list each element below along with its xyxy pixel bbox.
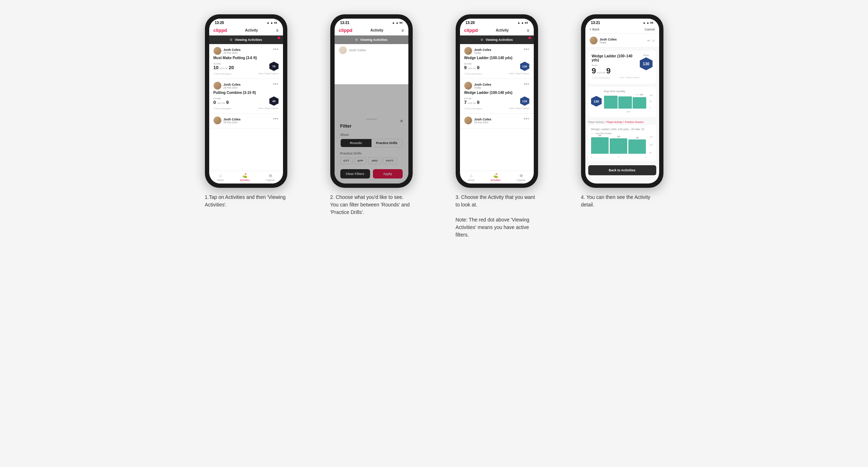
caption-3: 3. Choose the Activity that you want to … — [456, 194, 538, 239]
status-bar-2: 13:21 ▲ ▲ 44 — [335, 19, 408, 25]
edit-icon[interactable]: ✏ — [647, 39, 650, 43]
header-title-3: Activity — [496, 28, 509, 32]
header-title-1: Activity — [245, 28, 258, 32]
filter-icon-1: ⚙ — [230, 38, 232, 42]
more-dots-1-1[interactable]: ••• — [273, 47, 279, 52]
status-icons-2: ▲ ▲ 44 — [392, 21, 402, 24]
avg-chart-title: Avg Shot Quality — [604, 90, 653, 93]
phone-section-4: 13:21 ▲ ▲ 44 < Back Cancel Josh Coles To… — [565, 14, 680, 239]
avatar-1-1 — [214, 47, 221, 55]
phone-section-3: 13:20 ▲ ▲ 44 clippd Activity ≡ ⚙ Viewing… — [440, 14, 554, 239]
detail-action-icons: ✏ ⤢ — [647, 39, 655, 43]
shots-3-2: 9 — [477, 100, 479, 105]
caption-2: 2. Choose what you'd like to see. You ca… — [330, 194, 413, 216]
bg-card-preview: Josh Coles — [335, 44, 408, 56]
user-name-1-1: Josh Coles — [224, 48, 241, 52]
back-to-activities-btn[interactable]: Back to Activities — [588, 165, 656, 175]
score-3-1: 9 — [464, 65, 467, 70]
status-time-4: 13:21 — [591, 21, 600, 25]
user-name-3-1: Josh Coles — [474, 48, 491, 52]
status-bar-3: 13:20 ▲ ▲ 44 — [460, 19, 534, 25]
viewing-bar-1[interactable]: ⚙ Viewing Activities — [209, 35, 283, 44]
phone-section-1: 13:20 ▲ ▲ 44 clippd Activity ≡ ⚙ Viewing… — [189, 14, 303, 239]
nav-activities-1[interactable]: ⛳ Activities — [240, 173, 250, 181]
more-dots-3-1[interactable]: ••• — [524, 47, 529, 52]
filter-modal-container: ✕ Filter Show Rounds Practice Drills Pra… — [335, 56, 408, 184]
screen-wrapper-4: 13:21 ▲ ▲ 44 < Back Cancel Josh Coles To… — [585, 19, 659, 184]
quality-badge-4: 130 — [640, 57, 653, 70]
viewing-bar-label-3: Viewing Activities — [485, 38, 513, 42]
bottom-nav-3: ⌂ Home ⛳ Activities ⊕ Capture — [460, 171, 534, 184]
capture-icon-3: ⊕ — [519, 173, 523, 178]
nav-capture-3[interactable]: ⊕ Capture — [517, 173, 526, 181]
red-dot-1 — [278, 37, 280, 39]
nav-home-3[interactable]: ⌂ Home — [468, 173, 475, 181]
more-dots-1-2[interactable]: ••• — [273, 82, 279, 87]
bar-3: — — 124 — [633, 97, 646, 109]
chart-x-label: APP — [604, 111, 653, 113]
phone-frame-3: 13:20 ▲ ▲ 44 clippd Activity ≡ ⚙ Viewing… — [456, 14, 538, 188]
nav-activities-3[interactable]: ⛳ Activities — [491, 173, 501, 181]
activity-card-3-1[interactable]: Josh Coles Today ••• Wedge Ladder (100-1… — [460, 44, 534, 79]
detail-title: Wedge Ladder (100–140 yds) — [592, 54, 640, 62]
user-date-3-2: Today — [474, 86, 491, 89]
avatar-4 — [590, 37, 598, 44]
hamburger-menu-1[interactable]: ≡ — [276, 28, 278, 33]
activity-title-1-1: Must Make Putting (3-6 ft) — [214, 56, 279, 60]
practice-session-label: Player Activity > Player Activity > Prac… — [585, 119, 659, 125]
activity-card-1-2[interactable]: Josh Coles 28 Feb 2023 ••• Putting Combi… — [209, 79, 283, 114]
viewing-bar-label-1: Viewing Activities — [235, 38, 262, 42]
cancel-button[interactable]: Cancel — [644, 28, 654, 31]
home-icon-1: ⌂ — [219, 173, 222, 178]
viewing-bar-2[interactable]: ⚙ Viewing Activities — [335, 35, 408, 44]
page-container: 13:20 ▲ ▲ 44 clippd Activity ≡ ⚙ Viewing… — [183, 14, 685, 239]
app-header-1: clippd Activity ≡ — [209, 25, 283, 35]
nav-home-1[interactable]: ⌂ Home — [217, 173, 224, 181]
detail-bar-2: 129 — [610, 138, 627, 154]
activity-card-1-3[interactable]: Josh Coles 28 Feb 2023 ••• — [209, 114, 283, 129]
more-dots-1-3[interactable]: ••• — [273, 116, 279, 121]
activity-detail-chart: Wedge Ladder (100–140 yds) - 06 Mar 23 →… — [588, 125, 656, 161]
screen-wrapper-3: 13:20 ▲ ▲ 44 clippd Activity ≡ ⚙ Viewing… — [460, 19, 534, 184]
back-button[interactable]: < Back — [590, 28, 600, 31]
user-name-bg: Josh Coles — [349, 48, 366, 52]
phone-section-2: 13:21 ▲ ▲ 44 clippd Activity ≡ ⚙ Viewing… — [314, 14, 429, 239]
screen-wrapper-2: 13:21 ▲ ▲ 44 clippd Activity ≡ ⚙ Viewing… — [335, 19, 408, 184]
app-header-3: clippd Activity ≡ — [460, 25, 534, 35]
activity-card-3-3[interactable]: Josh Coles 28 Feb 2023 ••• — [460, 114, 534, 129]
status-bar-1: 13:20 ▲ ▲ 44 — [209, 19, 283, 25]
bar-1 — [604, 96, 618, 109]
shots-1-1: 20 — [229, 65, 234, 70]
screen-wrapper-1: 13:20 ▲ ▲ 44 clippd Activity ≡ ⚙ Viewing… — [209, 19, 283, 184]
nav-capture-1[interactable]: ⊕ Capture — [266, 173, 275, 181]
bottom-nav-1: ⌂ Home ⛳ Activities ⊕ Capture — [209, 171, 283, 184]
detail-user-bar: Josh Coles Today ✏ ⤢ — [585, 34, 659, 48]
score-1-1: 10 — [214, 65, 219, 70]
expand-icon[interactable]: ⤢ — [652, 39, 655, 43]
capture-icon-1: ⊕ — [269, 173, 272, 178]
modal-overlay — [335, 84, 408, 184]
activity-card-1-1[interactable]: Josh Coles 28 Feb 2023 ••• Must Make Put… — [209, 44, 283, 79]
viewing-bar-3[interactable]: ⚙ Viewing Activities — [460, 35, 534, 44]
user-name-3-3: Josh Coles — [474, 118, 491, 121]
more-dots-3-3[interactable]: ••• — [524, 116, 529, 121]
phone-screen-3: 13:20 ▲ ▲ 44 clippd Activity ≡ ⚙ Viewing… — [460, 19, 534, 184]
phone-frame-2: 13:21 ▲ ▲ 44 clippd Activity ≡ ⚙ Viewing… — [330, 14, 413, 188]
filter-icon-2: ⚙ — [355, 38, 358, 42]
home-icon-3: ⌂ — [470, 173, 473, 178]
more-dots-3-2[interactable]: ••• — [524, 82, 529, 87]
activity-card-3-2[interactable]: Josh Coles Today ••• Wedge Ladder (100-1… — [460, 79, 534, 114]
status-bar-4: 13:21 ▲ ▲ 44 — [585, 19, 659, 25]
viewing-bar-label-2: Viewing Activities — [360, 38, 387, 42]
chart-hex: 130 — [591, 96, 602, 107]
hamburger-menu-3[interactable]: ≡ — [527, 28, 529, 33]
user-date-1-2: 28 Feb 2023 — [224, 86, 241, 89]
avatar-3-2 — [464, 82, 472, 90]
user-date-4: Today — [600, 41, 617, 44]
avatar-3-1 — [464, 47, 472, 55]
header-title-2: Activity — [370, 28, 383, 32]
user-name-1-2: Josh Coles — [224, 83, 241, 86]
red-dot-3 — [528, 37, 531, 39]
user-name-3-2: Josh Coles — [474, 83, 491, 86]
hamburger-menu-2[interactable]: ≡ — [401, 28, 404, 33]
